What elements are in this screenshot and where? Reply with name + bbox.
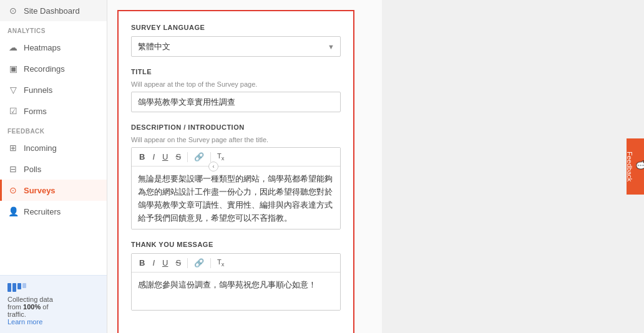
- learn-more-link[interactable]: Learn more: [7, 318, 42, 326]
- strikethrough-button[interactable]: S: [173, 151, 183, 163]
- funnels-icon: ▽: [7, 85, 19, 95]
- title-group: TITLE Will appear at the top of the Surv…: [131, 68, 341, 112]
- title-hint: Will appear at the top of the Survey pag…: [131, 80, 341, 88]
- thankyou-group: THANK YOU MESSAGE B I U S 🔗 Tx 感謝您參與這份調查…: [131, 241, 341, 311]
- clear-format-button[interactable]: Tx: [215, 151, 227, 163]
- description-editor: B I U S 🔗 Tx 無論是想要架設哪一種類型的網站，鴿學苑都希望能夠為您的…: [131, 147, 341, 229]
- sidebar-item-recruiters[interactable]: 👤 Recruiters: [0, 201, 107, 222]
- language-select-wrap: 繁體中文 ▼: [131, 36, 341, 57]
- survey-language-group: SURVEY LANGUAGE 繁體中文 ▼: [131, 24, 341, 57]
- collapse-sidebar-button[interactable]: ‹: [208, 162, 218, 171]
- thankyou-link-button[interactable]: 🔗: [192, 257, 207, 269]
- thankyou-toolbar-divider-2: [210, 258, 211, 268]
- description-content[interactable]: 無論是想要架設哪一種類型的網站，鴿學苑都希望能夠為您的網站設計工作盡一份心力，因…: [132, 166, 340, 229]
- feedback-section-label: FEEDBACK: [0, 122, 107, 137]
- description-hint: Will appear on the Survey page after the…: [131, 136, 341, 143]
- content-panel: SURVEY LANGUAGE 繁體中文 ▼ TITLE Will appear…: [107, 0, 382, 333]
- survey-form: SURVEY LANGUAGE 繁體中文 ▼ TITLE Will appear…: [117, 10, 354, 333]
- sidebar-bottom-info: Collecting data from 100% of traffic. Le…: [0, 275, 107, 333]
- thankyou-editor: B I U S 🔗 Tx 感謝您參與這份調查，鴿學苑祝您凡事順心如意！: [131, 253, 341, 311]
- analytics-section-label: ANALYTICS: [0, 21, 107, 37]
- description-group: DESCRIPTION / INTRODUCTION Will appear o…: [131, 123, 341, 229]
- thankyou-strikethrough-button[interactable]: S: [173, 257, 183, 269]
- toolbar-divider-1: [187, 152, 188, 162]
- main-area: ‹ SURVEY LANGUAGE 繁體中文 ▼ TITLE Will appe…: [107, 0, 644, 333]
- surveys-icon: ⊙: [7, 185, 19, 195]
- site-dashboard-icon: ⊙: [7, 6, 19, 16]
- heatmaps-icon: ☁: [7, 42, 19, 52]
- toolbar-divider-2: [210, 152, 211, 162]
- thankyou-label: THANK YOU MESSAGE: [131, 241, 341, 248]
- underline-button[interactable]: U: [160, 151, 170, 163]
- thankyou-toolbar: B I U S 🔗 Tx: [132, 254, 340, 273]
- thankyou-bold-button[interactable]: B: [137, 257, 147, 269]
- language-select[interactable]: 繁體中文: [131, 36, 341, 57]
- data-bar: [7, 283, 99, 292]
- bold-button[interactable]: B: [137, 151, 147, 163]
- sidebar-item-heatmaps[interactable]: ☁ Heatmaps: [0, 37, 107, 58]
- title-label: TITLE: [131, 68, 341, 75]
- italic-button[interactable]: I: [150, 151, 157, 163]
- thankyou-content[interactable]: 感謝您參與這份調查，鴿學苑祝您凡事順心如意！: [132, 273, 340, 310]
- incoming-icon: ⊞: [7, 143, 19, 153]
- polls-icon: ⊟: [7, 164, 19, 174]
- preview-area: [382, 0, 644, 333]
- sidebar-item-incoming[interactable]: ⊞ Incoming: [0, 137, 107, 158]
- thankyou-italic-button[interactable]: I: [150, 257, 157, 269]
- sidebar-item-surveys[interactable]: ⊙ Surveys: [0, 180, 107, 201]
- sidebar-item-polls[interactable]: ⊟ Polls: [0, 158, 107, 180]
- recordings-icon: ▣: [7, 64, 19, 74]
- forms-icon: ☑: [7, 106, 19, 116]
- link-button[interactable]: 🔗: [192, 151, 207, 163]
- thankyou-underline-button[interactable]: U: [160, 257, 170, 269]
- title-input[interactable]: [131, 92, 341, 112]
- thankyou-toolbar-divider-1: [187, 258, 188, 268]
- recruiters-icon: 👤: [7, 206, 19, 216]
- sidebar-item-site-dashboard[interactable]: ⊙ Site Dashboard: [0, 0, 107, 21]
- sidebar: ⊙ Site Dashboard ANALYTICS ☁ Heatmaps ▣ …: [0, 0, 107, 333]
- sidebar-item-recordings[interactable]: ▣ Recordings: [0, 58, 107, 79]
- feedback-tab-label: Feedback: [626, 152, 633, 181]
- feedback-icon: 💬: [636, 160, 645, 170]
- description-label: DESCRIPTION / INTRODUCTION: [131, 123, 341, 131]
- thankyou-clear-format-button[interactable]: Tx: [215, 257, 227, 269]
- sidebar-item-forms[interactable]: ☑ Forms: [0, 100, 107, 122]
- sidebar-item-funnels[interactable]: ▽ Funnels: [0, 79, 107, 100]
- feedback-tab[interactable]: 💬 Feedback: [627, 138, 644, 195]
- survey-language-label: SURVEY LANGUAGE: [131, 24, 341, 31]
- description-toolbar: B I U S 🔗 Tx: [132, 148, 340, 166]
